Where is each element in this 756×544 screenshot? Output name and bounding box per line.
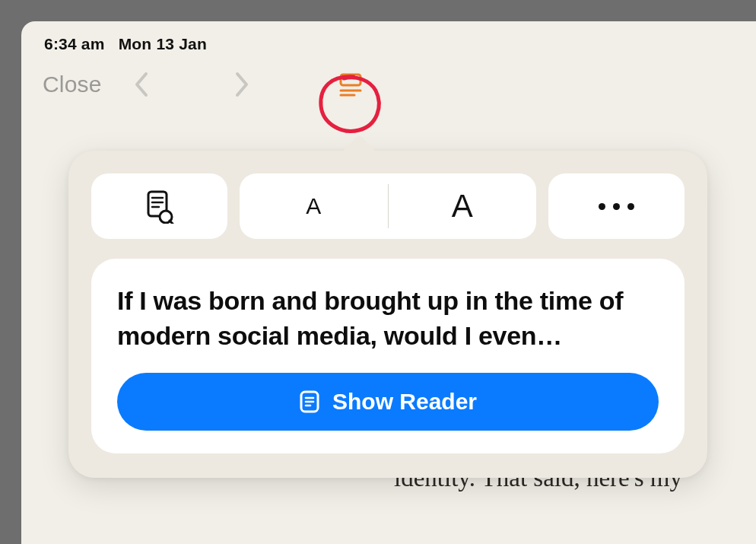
show-reader-button[interactable]: Show Reader [117, 373, 659, 431]
app-window: 6:34 am Mon 13 Jan Close nd to urage ne [21, 21, 756, 544]
listen-page-button[interactable] [91, 173, 227, 239]
page-settings-popover: A A If I was born and brought up in the … [68, 151, 707, 478]
forward-button[interactable] [230, 72, 256, 97]
font-increase-button[interactable]: A [389, 173, 537, 239]
listen-page-icon [144, 189, 174, 224]
page-settings-icon [338, 72, 364, 97]
show-reader-label: Show Reader [332, 389, 477, 415]
svg-line-8 [170, 221, 173, 224]
back-button[interactable] [128, 72, 154, 97]
popover-controls-row: A A [91, 173, 685, 239]
status-time: 6:34 am [44, 35, 105, 53]
chevron-left-icon [132, 71, 149, 98]
font-size-control: A A [240, 173, 536, 239]
page-settings-button[interactable] [338, 72, 364, 97]
article-card: If I was born and brought up in the time… [91, 259, 685, 453]
reader-icon [299, 390, 320, 414]
toolbar: Close [21, 59, 756, 122]
chevron-right-icon [234, 71, 251, 98]
close-button[interactable]: Close [43, 72, 102, 97]
article-title: If I was born and brought up in the time… [117, 283, 659, 353]
ellipsis-icon [599, 203, 634, 210]
font-decrease-button[interactable]: A [240, 173, 388, 239]
status-bar: 6:34 am Mon 13 Jan [21, 21, 756, 59]
more-options-button[interactable] [548, 173, 685, 239]
svg-rect-0 [341, 75, 361, 85]
status-date: Mon 13 Jan [119, 35, 207, 53]
